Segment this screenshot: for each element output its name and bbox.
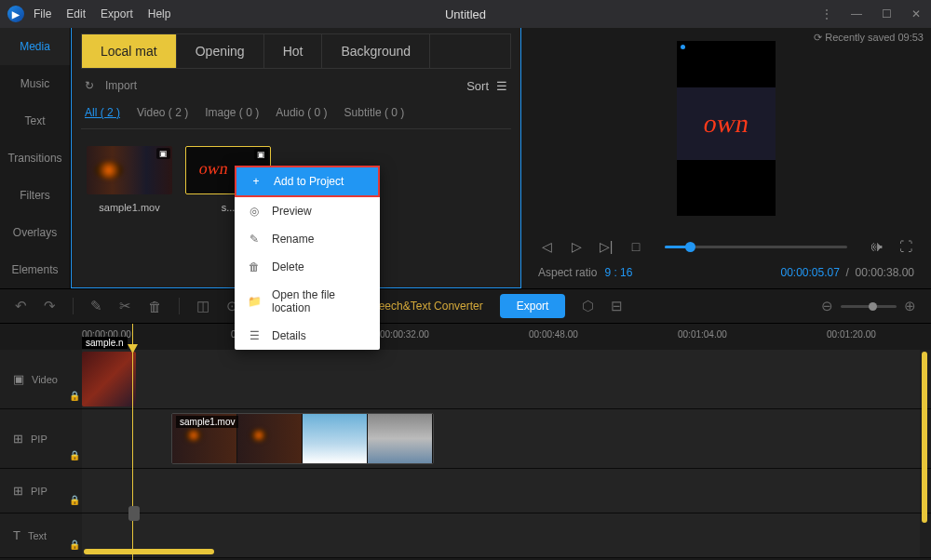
context-menu-details[interactable]: ☰ Details [235,322,380,350]
lock-icon[interactable]: 🔒 [69,540,80,550]
pencil-icon: ✎ [248,233,261,246]
speech-text-converter-button[interactable]: Speech&Text Converter [365,300,483,313]
media-thumb-1[interactable]: ▣ sample1.mov [87,146,172,213]
clip-label: sample1.mov [176,416,238,428]
crop-icon[interactable]: ◫ [196,298,209,314]
time-total: 00:00:38.00 [856,266,914,279]
menu-file[interactable]: File [34,7,51,20]
camera-icon: ▣ [156,148,170,159]
ruler-mark: 00:01:20.00 [827,329,876,340]
stop-button[interactable]: □ [627,238,644,255]
text-track-icon: T [13,528,20,542]
next-frame-button[interactable]: ▷| [598,238,614,255]
track-video: ▣ Video 🔇 sample.n 🔒 [0,350,931,409]
seek-bar[interactable] [665,246,847,248]
playhead-handle[interactable] [128,506,140,521]
sidebar-item-transitions[interactable]: Transitions [0,140,70,177]
volume-icon[interactable]: 🕪 [868,238,884,255]
sidebar-item-media[interactable]: Media [0,28,70,65]
pip-track-icon: ⊞ [13,432,23,446]
video-track-icon: ▣ [13,372,24,386]
import-button[interactable]: Import [105,79,137,92]
sort-label[interactable]: Sort [466,79,489,93]
tab-hot[interactable]: Hot [264,34,323,68]
track-pip-1: ⊞ PIP sample1.mov 🔒 [0,409,931,469]
context-menu-add-to-project[interactable]: + Add to Project [235,166,380,197]
prev-frame-button[interactable]: ◁ [538,238,555,255]
track-label: PIP [31,433,47,445]
aspect-ratio-value[interactable]: 9 : 16 [604,266,632,279]
vertical-scrollbar[interactable] [922,352,927,523]
list-icon: ☰ [248,329,261,342]
context-menu-preview[interactable]: ◎ Preview [235,197,380,225]
filter-image[interactable]: Image ( 0 ) [205,106,259,119]
time-sep: / [843,266,855,279]
track-label: PIP [31,486,47,497]
context-menu-delete[interactable]: 🗑 Delete [235,253,380,281]
shield-icon[interactable]: ⬡ [582,298,594,314]
export-button[interactable]: Export [500,294,566,318]
edit-icon[interactable]: ✎ [90,298,102,314]
sidebar-item-music[interactable]: Music [0,65,70,102]
filter-all[interactable]: All ( 2 ) [85,106,120,119]
play-button[interactable]: ▷ [568,238,585,255]
tab-background[interactable]: Background [322,34,430,68]
save-status: ⟳ Recently saved 09:53 [814,32,924,44]
preview-video[interactable] [677,41,776,216]
ruler-mark: 00:01:04.00 [678,329,727,340]
filter-video[interactable]: Video ( 2 ) [137,106,188,119]
context-menu: + Add to Project ◎ Preview ✎ Rename 🗑 De… [235,166,380,350]
menu-help[interactable]: Help [148,7,171,20]
tab-local-mat[interactable]: Local mat [82,34,177,68]
link-icon[interactable]: ⊟ [611,298,623,314]
track-label: Text [28,530,47,541]
filter-subtitle[interactable]: Subtitle ( 0 ) [344,106,405,119]
menu-edit[interactable]: Edit [66,7,86,20]
lock-icon[interactable]: 🔒 [69,450,80,460]
horizontal-scrollbar[interactable] [84,549,918,554]
timeline-ruler[interactable]: 00:00:00.00 00:00:16.00 00:00:32.00 00:0… [0,324,931,350]
media-filter-row: All ( 2 ) Video ( 2 ) Image ( 0 ) Audio … [81,102,511,129]
app-logo-icon: ▶ [7,6,24,22]
eye-icon: ◎ [248,205,261,218]
trash-icon: 🗑 [248,260,261,273]
pip-track-icon: ⊞ [13,484,23,498]
timeline-toolbar: ↶ ↷ ✎ ✂ 🗑 ◫ ⊙ ◐ 🎤 ⊡ Speech&Text Converte… [0,288,931,324]
zoom-out-icon[interactable]: ⊖ [821,298,833,314]
settings-icon[interactable]: ⋮ [819,7,834,20]
import-icon[interactable]: ↻ [85,79,94,92]
undo-icon[interactable]: ↶ [15,298,27,314]
fullscreen-icon[interactable]: ⛶ [897,238,914,255]
media-tab-row: Local mat Opening Hot Background [81,33,511,69]
video-clip[interactable]: sample.n [82,352,136,407]
lock-icon[interactable]: 🔒 [69,391,80,401]
filter-audio[interactable]: Audio ( 0 ) [276,106,327,119]
left-sidebar: Media Music Text Transitions Filters Ove… [0,28,71,288]
sidebar-item-overlays[interactable]: Overlays [0,214,70,251]
playhead[interactable] [132,324,133,560]
menu-export[interactable]: Export [101,7,133,20]
camera-icon: ▣ [254,149,268,160]
time-current: 00:00:05.07 [781,266,840,279]
pip-clip[interactable]: sample1.mov [171,413,434,464]
lock-icon[interactable]: 🔒 [69,495,80,505]
cut-icon[interactable]: ✂ [119,298,131,314]
redo-icon[interactable]: ↷ [44,298,56,314]
zoom-in-icon[interactable]: ⊕ [904,298,916,314]
window-title: Untitled [445,7,486,21]
sidebar-item-elements[interactable]: Elements [0,251,70,288]
sidebar-item-text[interactable]: Text [0,102,70,140]
delete-icon[interactable]: 🗑 [148,299,162,314]
sidebar-item-filters[interactable]: Filters [0,177,70,214]
context-menu-open-location[interactable]: 📁 Open the file location [235,281,380,322]
zoom-slider[interactable] [841,305,897,308]
maximize-icon[interactable]: ☐ [879,7,894,20]
tab-opening[interactable]: Opening [177,34,264,68]
close-icon[interactable]: ✕ [909,7,924,20]
sort-list-icon[interactable]: ☰ [496,79,507,93]
minimize-icon[interactable]: — [849,7,864,20]
plus-icon: + [250,175,263,188]
context-menu-rename[interactable]: ✎ Rename [235,225,380,253]
timeline: 00:00:00.00 00:00:16.00 00:00:32.00 00:0… [0,324,931,560]
ruler-mark: 00:00:48.00 [529,329,578,340]
